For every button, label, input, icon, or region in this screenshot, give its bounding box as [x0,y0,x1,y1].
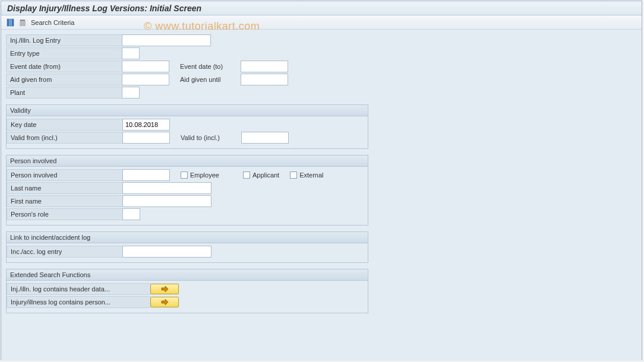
applicant-checkbox[interactable]: Applicant [243,172,279,179]
employee-label: Employee [190,172,219,179]
valid-from-label: Valid from (incl.) [7,132,122,144]
applicant-label: Applicant [252,172,279,179]
aid-from-label: Aid given from [6,74,122,85]
event-from-input[interactable] [122,61,169,72]
last-name-input[interactable] [122,182,211,194]
aid-from-input[interactable] [122,74,169,85]
inj-log-entry-label: Inj./Illn. Log Entry [6,34,122,46]
external-checkbox[interactable]: External [290,172,323,179]
key-date-label: Key date [7,119,122,131]
person-role-input[interactable] [122,208,140,220]
extended-search-title: Extended Search Functions [7,269,368,281]
ext-header-label: Inj./illn. log contains header data... [7,283,150,295]
checkbox-box-icon [181,172,188,179]
key-date-input[interactable] [122,119,170,131]
aid-until-label: Aid given until [169,76,241,83]
event-from-label: Event date (from) [6,61,122,72]
validity-title: Validity [7,105,368,116]
entry-type-input[interactable] [122,47,140,59]
ext-header-button[interactable] [150,284,179,294]
page-title: Display Injury/Illness Log Versions: Ini… [1,1,642,15]
employee-checkbox[interactable]: Employee [181,172,219,179]
person-involved-label: Person involved [7,169,122,181]
first-name-label: First name [7,195,122,207]
inj-log-entry-input[interactable] [122,34,211,46]
plant-input[interactable] [122,87,140,99]
person-group: Person involved Person involved Employee… [6,155,368,226]
top-criteria: Inj./Illn. Log Entry Entry type Event da… [6,34,368,99]
toolbar: Search Criteria [1,15,642,30]
extended-search-group: Extended Search Functions Inj./illn. log… [6,269,368,313]
search-criteria-label[interactable]: Search Criteria [31,19,74,26]
event-to-label: Event date (to) [169,63,241,70]
valid-to-label: Valid to (incl.) [170,134,241,141]
entry-type-label: Entry type [6,47,122,59]
valid-to-input[interactable] [241,132,289,144]
checkbox-box-icon [243,172,250,179]
ext-person-button[interactable] [150,297,179,307]
container-icon[interactable] [18,18,27,27]
plant-label: Plant [6,87,122,99]
validity-group: Validity Key date Valid from (incl.) Val… [6,104,368,149]
ext-person-label: Injury/illness log contains person... [7,296,150,308]
arrow-right-icon [160,299,169,306]
svg-rect-1 [10,19,11,26]
choose-columns-icon[interactable] [6,18,15,27]
link-group: Link to incident/accident log Inc./acc. … [6,231,368,263]
svg-rect-0 [7,19,9,26]
inc-acc-entry-input[interactable] [122,246,211,258]
person-involved-input[interactable] [122,169,170,181]
external-label: External [299,172,323,179]
inc-acc-entry-label: Inc./acc. log entry [7,246,122,258]
person-title: Person involved [7,155,368,167]
arrow-right-icon [160,285,169,293]
checkbox-box-icon [290,172,297,179]
link-title: Link to incident/accident log [7,232,368,243]
person-role-label: Person's role [7,208,122,220]
svg-rect-2 [12,19,14,26]
valid-from-input[interactable] [122,132,170,144]
first-name-input[interactable] [122,195,211,207]
aid-until-input[interactable] [241,74,288,85]
event-to-input[interactable] [241,61,288,72]
last-name-label: Last name [7,182,122,194]
